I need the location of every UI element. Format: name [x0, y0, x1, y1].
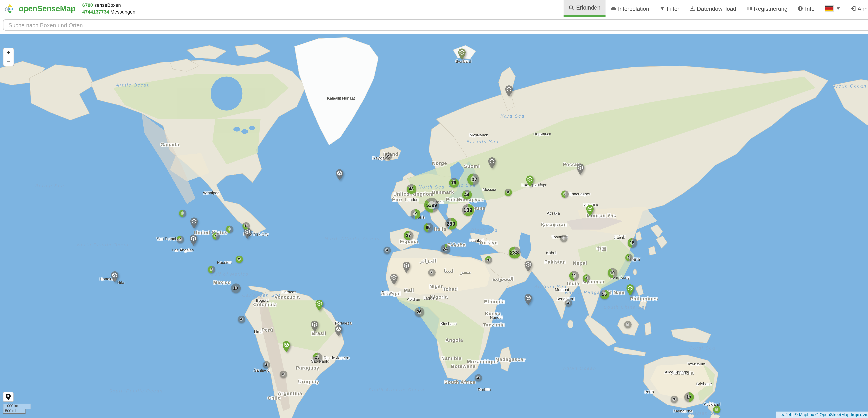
cluster-count: 2 [430, 270, 433, 274]
nav-item-interpolation[interactable]: Interpolation [606, 0, 654, 17]
brand-title: openSenseMap [19, 4, 75, 13]
nav-item-erkunden[interactable]: Erkunden [564, 0, 606, 17]
sensebox-pin-inactive[interactable] [390, 273, 398, 288]
sensebox-pin-inactive[interactable] [243, 227, 251, 241]
cluster-count: 19 [686, 394, 691, 399]
sensebox-pin-inactive[interactable] [524, 260, 532, 274]
german-flag-icon [825, 5, 834, 12]
sensebox-pin-inactive[interactable] [576, 163, 584, 178]
sensebox-pin-inactive[interactable] [524, 294, 532, 308]
nav-item-datendownload[interactable]: Datendownload [684, 0, 741, 17]
cluster-count: 27 [406, 233, 411, 238]
cluster-count: 2 [386, 154, 390, 158]
sensebox-pin-inactive[interactable] [189, 217, 198, 231]
info-icon [798, 6, 803, 11]
sensebox-pin-muted[interactable] [458, 48, 466, 62]
zoom-control: + − [3, 48, 14, 66]
location-pin-icon [5, 393, 11, 400]
app-header: openSenseMap 6700 senseBoxen 4744137734 … [0, 0, 868, 17]
cluster-count: 2 [476, 376, 480, 380]
cluster-count: 19 [413, 211, 418, 216]
scale-control: 1000 km 500 mi [3, 404, 31, 414]
cluster-count: 3 [627, 256, 631, 259]
sensebox-pin-active[interactable] [282, 341, 290, 355]
world-map[interactable]: Arctic OceanArctic OceanBering SeaNorth … [0, 34, 868, 418]
brand-logo[interactable]: openSenseMap [0, 0, 75, 17]
download-icon [689, 6, 695, 11]
nav-item-anmelden[interactable]: Anmelden [845, 0, 868, 17]
cluster-count: 2 [237, 257, 241, 261]
cluster-count: 5399 [428, 201, 435, 209]
cluster-count: 3 [626, 322, 629, 326]
nav-item-registrierung[interactable]: Registrierung [741, 0, 793, 17]
cluster-count: 23 [315, 355, 320, 360]
scale-mi: 500 mi [3, 409, 26, 414]
leaflet-link[interactable]: Leaflet [778, 412, 791, 417]
opensensemap-app: openSenseMap 6700 senseBoxen 4744137734 … [0, 0, 868, 418]
cluster-count: 2 [264, 363, 268, 366]
mapbox-link[interactable]: © Mapbox [795, 412, 815, 417]
sensebox-pin-inactive[interactable] [334, 325, 342, 339]
search-icon [569, 5, 575, 10]
cluster-count: 3 [227, 227, 231, 231]
cluster-count: 11 [571, 273, 576, 278]
header-stats: 6700 senseBoxen 4744137734 Messungen [82, 0, 135, 17]
search-input[interactable] [3, 19, 868, 31]
sensebox-cluster[interactable]: 5399 [424, 198, 439, 213]
cluster-count: 3 [566, 301, 570, 304]
map-attribution: Leaflet | © Mapbox © OpenStreetMap Impro… [776, 412, 868, 418]
zoom-in-button[interactable]: + [3, 48, 14, 57]
cluster-count: 85 [426, 225, 431, 230]
cluster-count: 26 [416, 309, 422, 314]
sensebox-pin-inactive[interactable] [189, 234, 197, 248]
cluster-count: 238 [511, 249, 518, 256]
cluster-count: 8 [181, 211, 184, 215]
cluster-count: 3 [672, 397, 676, 401]
zoom-out-button[interactable]: − [3, 57, 14, 66]
sensebox-pin-active[interactable] [525, 175, 534, 189]
cluster-count: 5 [562, 236, 565, 240]
nav-item-filter[interactable]: Filter [654, 0, 684, 17]
sensebox-pin-inactive[interactable] [110, 271, 119, 285]
cluster-count: 239 [448, 220, 454, 227]
stat-messungen: 4744137734 Messungen [82, 8, 135, 16]
opensensemap-logo-icon [4, 3, 16, 14]
cluster-count: 107 [470, 176, 476, 182]
cluster-count: 24 [443, 246, 448, 251]
cluster-count: 10 [610, 270, 615, 275]
cluster-count: 44 [464, 192, 469, 197]
cluster-count: 2 [209, 267, 213, 271]
nav-item-info[interactable]: Info [793, 0, 820, 17]
cluster-count: 8 [244, 224, 248, 228]
cluster-count: 6 [486, 258, 490, 262]
cluster-count: 15 [630, 240, 635, 245]
sensebox-pin-inactive[interactable] [504, 85, 513, 99]
cluster-count: 7 [178, 237, 182, 241]
sensebox-pin-inactive[interactable] [310, 320, 318, 334]
sensebox-pin-active[interactable] [585, 205, 594, 219]
main-nav: Erkunden Interpolation Filter Datendownl… [564, 0, 868, 17]
nav-item-language[interactable] [819, 0, 845, 17]
scale-km: 1000 km [3, 404, 31, 409]
sensebox-pin-inactive[interactable] [488, 157, 496, 171]
cluster-count: 48 [409, 186, 414, 191]
cluster-count: 4 [214, 234, 218, 238]
sensebox-pin-inactive[interactable] [335, 169, 344, 183]
cluster-count: 2 [584, 276, 588, 280]
osm-link[interactable]: © OpenStreetMap [815, 412, 850, 417]
locate-button[interactable] [3, 392, 13, 402]
basemap-tiles [0, 34, 868, 418]
cluster-count: 6 [506, 190, 510, 194]
chevron-down-icon [837, 7, 840, 9]
cluster-count: 3 [385, 248, 389, 252]
cloud-icon [611, 6, 616, 11]
improve-map-link[interactable]: Improve this map [850, 412, 868, 417]
sensebox-pin-inactive[interactable] [402, 261, 410, 275]
sensebox-pin-active[interactable] [315, 299, 323, 314]
cluster-count: 6 [281, 372, 285, 376]
cluster-count: 3 [715, 408, 718, 411]
sensebox-pin-active[interactable] [626, 284, 634, 298]
cluster-count: 79 [451, 180, 456, 185]
barcode-icon [746, 6, 752, 11]
filter-icon [659, 6, 665, 11]
